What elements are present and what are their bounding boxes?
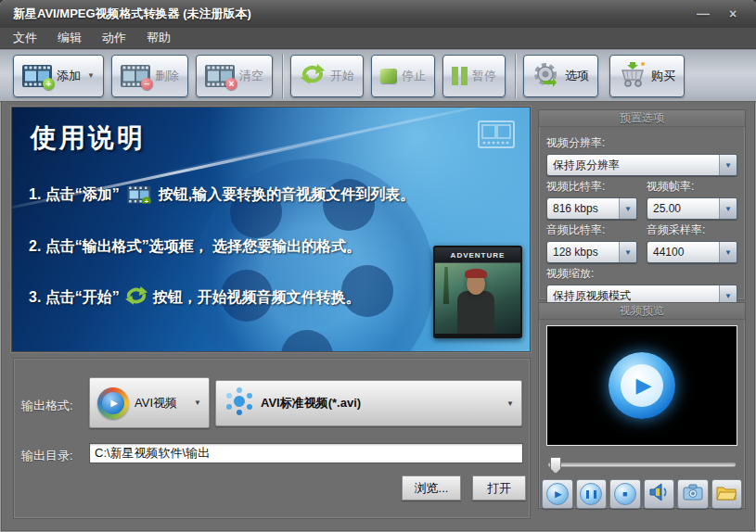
output-format-label: 输出格式:	[21, 398, 73, 414]
instruction-line-1-text: 1. 点击“添加”	[29, 185, 120, 205]
chevron-down-icon[interactable]: ▼	[619, 198, 636, 219]
audio-bitrate-label: 音频比特率:	[546, 222, 637, 238]
audio-samplerate-label: 音频采样率:	[647, 222, 737, 238]
audio-samplerate-select[interactable]: 44100 ▼	[647, 241, 737, 263]
seek-thumb[interactable]	[550, 457, 561, 474]
minus-badge-icon: −	[141, 78, 153, 90]
output-dir-input[interactable]	[89, 443, 523, 463]
start-button[interactable]: 开始	[290, 55, 364, 97]
browse-button[interactable]: 浏览...	[402, 475, 461, 500]
toolbar-separator	[515, 54, 516, 98]
buy-button[interactable]: 购买	[609, 55, 685, 97]
film-add-icon: +	[22, 65, 52, 87]
output-format-value: AVI视频	[135, 395, 177, 412]
instruction-line-3: 3. 点击“开始” 按钮，开始视频音频文件转换。	[29, 285, 361, 310]
plus-badge-icon: +	[43, 78, 55, 90]
video-bitrate-label: 视频比特率:	[546, 179, 637, 195]
camera-icon	[683, 484, 703, 504]
convert-arrows-icon	[124, 285, 148, 310]
add-dropdown-arrow-icon[interactable]: ▼	[87, 71, 95, 80]
clear-button[interactable]: × 清空	[196, 55, 273, 97]
delete-button[interactable]: − 删除	[111, 55, 188, 97]
options-button[interactable]: 选项	[523, 55, 598, 97]
cross-badge-icon: ×	[225, 78, 237, 90]
window-title: 新星AVI/MPEG视频格式转换器 (未注册版本)	[0, 6, 251, 22]
pause-bars-icon	[452, 67, 468, 85]
toolbar-separator	[282, 54, 283, 98]
output-profile-value: AVI标准视频(*.avi)	[261, 395, 361, 412]
output-settings-group: 输出格式: ▶ AVI视频 ▼ AVI标准视频(*.avi) ▼ 输出目录: 浏…	[13, 358, 531, 519]
video-resolution-value: 保持原分辨率	[547, 158, 719, 173]
title-bar: 新星AVI/MPEG视频格式转换器 (未注册版本) — ×	[0, 0, 756, 28]
pause-icon	[580, 483, 602, 505]
video-scale-value: 保持原视频模式	[547, 288, 719, 304]
preview-stop-button[interactable]: ■	[609, 479, 641, 509]
instruction-line-2-text: 2. 点击“输出格式”选项框， 选择您要输出的格式。	[29, 237, 361, 257]
output-dir-label: 输出目录:	[21, 448, 73, 464]
audio-samplerate-value: 44100	[647, 246, 719, 259]
snapshot-button[interactable]	[677, 479, 709, 509]
minimize-button[interactable]: —	[693, 6, 713, 21]
speaker-icon	[648, 483, 669, 505]
instruction-line-3-text: 按钮，开始视频音频文件转换。	[153, 288, 361, 308]
video-preview-group: 视频预览 ▶ ▶ ■	[538, 302, 746, 509]
avi-profile-icon	[224, 386, 255, 421]
menu-file[interactable]: 文件	[13, 30, 37, 46]
film-add-icon: +	[127, 185, 151, 203]
output-format-select[interactable]: ▶ AVI视频 ▼	[89, 377, 210, 428]
open-folder-button[interactable]	[711, 479, 743, 509]
seek-track[interactable]	[548, 462, 736, 466]
instruction-line-1: 1. 点击“添加” + 按钮,输入要转换的音视频文件到列表。	[29, 184, 415, 206]
preview-play-icon[interactable]: ▶	[609, 352, 675, 419]
output-profile-select[interactable]: AVI标准视频(*.avi) ▼	[215, 380, 522, 426]
add-button[interactable]: + 添加 ▼	[13, 55, 104, 97]
video-resolution-label: 视频分辨率:	[546, 135, 737, 151]
chevron-down-icon[interactable]: ▼	[719, 242, 737, 262]
seek-slider[interactable]	[548, 457, 736, 472]
preview-pause-button[interactable]	[576, 479, 608, 509]
delete-button-label: 删除	[155, 68, 179, 84]
stop-button[interactable]: 停止	[371, 55, 435, 97]
instruction-line-1-text: 按钮,输入要转换的音视频文件到列表。	[159, 185, 415, 205]
window-controls: — ×	[693, 6, 756, 21]
chevron-down-icon[interactable]: ▼	[619, 242, 636, 262]
open-button[interactable]: 打开	[472, 475, 526, 500]
preview-play-button[interactable]: ▶	[542, 479, 573, 509]
buy-button-label: 购买	[651, 68, 675, 84]
media-controls: ▶ ■	[539, 472, 745, 509]
instruction-panel: 使用说明 1. 点击“添加” + 按钮,输入要转换的音视频文件到列表。	[11, 107, 531, 352]
close-button[interactable]: ×	[723, 6, 743, 21]
video-resolution-select[interactable]: 保持原分辨率 ▼	[546, 154, 737, 176]
add-button-label: 添加	[57, 68, 81, 84]
chevron-down-icon[interactable]: ▼	[719, 155, 737, 175]
video-framerate-label: 视频帧率:	[647, 179, 737, 195]
filmstrip-icon	[478, 120, 515, 152]
options-button-label: 选项	[565, 68, 589, 84]
folder-icon	[716, 484, 737, 504]
video-bitrate-select[interactable]: 816 kbps ▼	[546, 197, 637, 220]
stop-icon: ■	[614, 483, 636, 505]
video-scale-label: 视频缩放:	[546, 266, 737, 282]
menu-help[interactable]: 帮助	[147, 30, 171, 46]
menu-action[interactable]: 动作	[102, 30, 126, 46]
menu-bar: 文件 编辑 动作 帮助	[0, 28, 756, 49]
stop-square-icon	[380, 69, 397, 83]
video-bitrate-value: 816 kbps	[547, 202, 619, 215]
start-button-label: 开始	[330, 68, 354, 84]
app-window: 新星AVI/MPEG视频格式转换器 (未注册版本) — × 文件 编辑 动作 帮…	[0, 0, 756, 532]
cart-icon	[619, 61, 647, 91]
menu-edit[interactable]: 编辑	[58, 30, 82, 46]
film-clear-icon: ×	[205, 65, 235, 87]
audio-bitrate-select[interactable]: 128 kbps ▼	[546, 241, 637, 263]
video-preview-header: 视频预览	[539, 303, 745, 320]
pause-button[interactable]: 暂停	[442, 55, 506, 97]
media-player-icon: ▶	[97, 387, 129, 419]
chevron-down-icon: ▼	[506, 399, 514, 408]
preset-options-group: 预置选项 视频分辨率: 保持原分辨率 ▼ 视频比特率: 视频帧率: 816 kb…	[538, 109, 746, 300]
video-framerate-select[interactable]: 25.00 ▼	[647, 197, 737, 220]
film-delete-icon: −	[121, 65, 150, 87]
volume-button[interactable]	[644, 479, 675, 509]
play-icon: ▶	[546, 483, 569, 505]
chevron-down-icon[interactable]: ▼	[719, 198, 737, 219]
video-framerate-value: 25.00	[647, 202, 719, 215]
